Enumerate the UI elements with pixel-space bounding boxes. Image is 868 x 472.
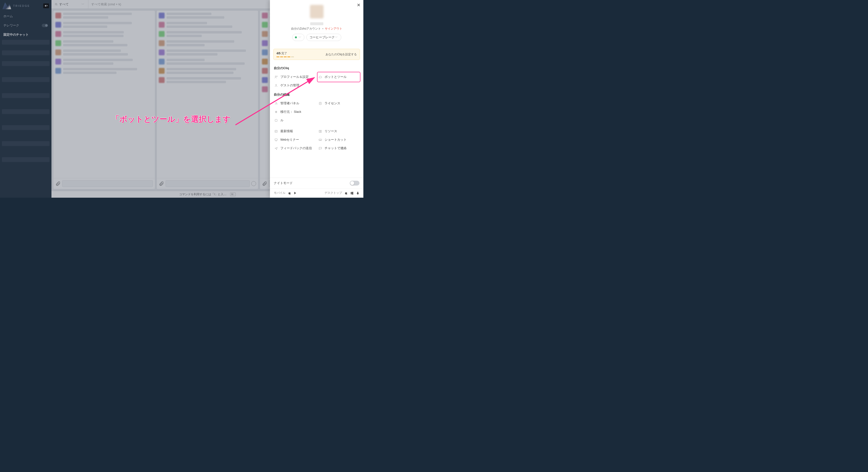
sidebar-chat-item[interactable] — [2, 131, 50, 135]
message-input[interactable] — [62, 180, 153, 187]
opt-profile-settings[interactable]: プロフィール＆設定 — [274, 73, 315, 81]
progress-cta[interactable]: あなたのCliqを設定する — [326, 53, 357, 57]
separator: • — [322, 27, 323, 31]
status-select[interactable]: コーヒーブレーク ﹀ — [306, 34, 341, 41]
sidebar-chat-item[interactable] — [2, 93, 50, 98]
sidebar-chat-item[interactable] — [2, 72, 50, 77]
sidebar-chat-item[interactable] — [2, 125, 50, 130]
svg-point-3 — [276, 85, 276, 86]
attach-button[interactable] — [159, 181, 164, 186]
svg-point-0 — [55, 3, 57, 5]
chevron-down-icon: ﹀ — [81, 3, 85, 6]
send-icon — [274, 146, 278, 150]
sidebar-chat-item[interactable] — [2, 77, 50, 82]
monitor-icon — [274, 138, 278, 142]
chat-column — [157, 11, 258, 189]
pinned-chat-item[interactable] — [2, 45, 50, 50]
slack-icon — [274, 110, 278, 114]
news-icon — [274, 130, 278, 133]
sidebar-chat-item[interactable] — [2, 114, 50, 119]
googleplay-icon[interactable] — [294, 191, 297, 195]
sidebar-chat-item[interactable] — [2, 120, 50, 125]
sidebar-chat-item[interactable] — [2, 104, 50, 109]
chat-messages[interactable] — [53, 11, 155, 178]
search-filter-dropdown[interactable]: すべて ﹀ — [52, 0, 88, 8]
progress-count: 4/5 — [276, 52, 281, 55]
sidebar-chat-item[interactable] — [2, 88, 50, 93]
opt-admin-panel[interactable]: 管理者パネル — [274, 99, 315, 108]
desktop-label: デスクトップ — [324, 191, 342, 195]
filter-label: すべて — [59, 2, 69, 6]
svg-rect-5 — [319, 102, 321, 105]
sidebar-chat-item[interactable] — [2, 82, 50, 87]
sidebar-chat-item[interactable] — [2, 136, 50, 141]
brand-row: TRIEDGE — [0, 1, 52, 12]
pinned-chat-item[interactable] — [2, 50, 50, 55]
markdown-badge: M↓ — [230, 193, 236, 196]
telework-toggle[interactable] — [42, 24, 48, 27]
mobile-label: モバイル — [274, 191, 285, 195]
message-input[interactable] — [165, 180, 250, 187]
chevron-down-icon: ﹀ — [298, 36, 302, 39]
profile-block: 自分のZohoアカウント • サインアウト ﹀ コーヒーブレーク ﹀ — [270, 0, 363, 44]
opt-guest-management[interactable]: ゲストの管理 — [274, 81, 315, 90]
license-icon — [318, 102, 322, 105]
brand-name: TRIEDGE — [13, 4, 30, 7]
chat-composer — [53, 178, 155, 189]
apple-icon[interactable] — [344, 191, 348, 195]
attach-button[interactable] — [55, 181, 61, 186]
svg-point-4 — [276, 102, 277, 103]
signout-link[interactable]: サインアウト — [325, 27, 342, 31]
opt-chat-contact[interactable]: チャットで連絡 — [318, 144, 360, 153]
windows-icon[interactable] — [350, 191, 354, 195]
opt-unknown[interactable]: ル — [274, 116, 360, 125]
svg-rect-7 — [275, 130, 277, 132]
opt-feedback[interactable]: フィードバックの送信 — [274, 144, 315, 153]
sidebar-chat-item[interactable] — [2, 66, 50, 71]
close-panel-button[interactable]: ✕ — [357, 2, 361, 8]
generic-icon — [274, 119, 278, 122]
sidebar-chat-item[interactable] — [2, 141, 50, 146]
guest-icon — [274, 84, 278, 87]
section-my-cliq: 自分のCliq — [274, 66, 360, 70]
chat-icon — [318, 146, 322, 150]
attach-button[interactable] — [262, 181, 267, 186]
nav-home[interactable]: ホーム — [0, 12, 52, 21]
night-mode-toggle[interactable] — [350, 181, 360, 186]
pinned-chat-item[interactable] — [2, 40, 50, 45]
apple-icon[interactable] — [288, 191, 291, 195]
presence-dropdown[interactable]: ﹀ — [292, 34, 304, 41]
onboarding-progress-banner[interactable]: 4/5 完了 あなたのCliqを設定する — [273, 49, 360, 60]
opt-shortcuts[interactable]: ショートカット — [318, 136, 360, 144]
account-label[interactable]: 自分のZohoアカウント — [291, 27, 321, 31]
svg-rect-9 — [319, 139, 321, 140]
svg-point-1 — [275, 76, 276, 77]
sidebar-chat-item[interactable] — [2, 146, 50, 151]
opt-bots-tools[interactable]: ボットとツール — [318, 73, 360, 81]
chat-messages[interactable] — [157, 11, 258, 178]
section-my-org: 自分の組織 — [274, 93, 360, 97]
search-placeholder: すべて検索 (cmd + k) — [91, 2, 121, 6]
opt-whats-new[interactable]: 最新情報 — [274, 127, 315, 136]
svg-rect-8 — [275, 139, 277, 140]
opt-resources[interactable]: リソース — [318, 127, 360, 136]
chat-column — [53, 11, 155, 189]
pinned-chat-item[interactable] — [2, 56, 50, 61]
emoji-button[interactable] — [251, 181, 256, 186]
linux-icon[interactable] — [356, 191, 360, 195]
sidebar-chat-item[interactable] — [2, 61, 50, 66]
nav-telework[interactable]: テレワーク — [0, 21, 52, 30]
cloud-icon — [318, 75, 322, 79]
opt-webinar[interactable]: Webセミナー — [274, 136, 315, 144]
opt-license[interactable]: ライセンス — [318, 99, 360, 108]
sidebar-chat-item[interactable] — [2, 152, 50, 157]
sidebar-chat-item[interactable] — [2, 163, 50, 167]
sidebar-chat-item[interactable] — [2, 157, 50, 162]
mute-button[interactable] — [43, 3, 49, 8]
opt-migrate-slack[interactable]: 移行元： Slack — [274, 108, 360, 116]
sidebar-chat-item[interactable] — [2, 109, 50, 114]
speaker-mute-icon — [44, 4, 48, 7]
keyboard-icon — [318, 138, 322, 142]
sidebar-chat-item[interactable] — [2, 99, 50, 103]
user-gear-icon — [274, 75, 278, 79]
